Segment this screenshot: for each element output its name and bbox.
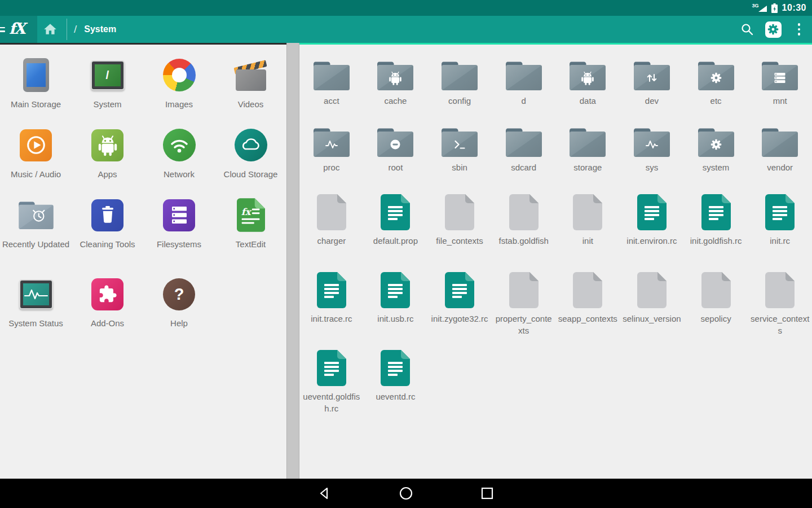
sidebar-panel: Main Storage / System Images Videos	[0, 43, 286, 479]
recents-button[interactable]	[474, 480, 501, 507]
overflow-menu-button[interactable]	[786, 16, 812, 43]
item-label: service_contexts	[750, 313, 810, 336]
grid-item[interactable]: fstab.goldfish	[492, 194, 556, 272]
grid-item[interactable]: dev	[620, 61, 684, 128]
search-button[interactable]	[734, 16, 760, 43]
apps-android-icon	[91, 126, 123, 164]
sidebar-item-textedit[interactable]: fx TextEdit	[215, 196, 286, 275]
grid-item[interactable]: file_contexts	[427, 194, 492, 272]
grid-item[interactable]: cache	[364, 61, 428, 128]
item-label: storage	[558, 161, 617, 173]
sidebar-item-images[interactable]: Images	[143, 56, 215, 126]
breadcrumb-root[interactable]: /	[74, 23, 77, 36]
item-label: selinux_version	[622, 313, 682, 325]
sidebar-item-cloud-storage[interactable]: Cloud Storage	[215, 126, 286, 196]
sidebar-item-network[interactable]: Network	[143, 126, 215, 196]
grid-item[interactable]: acct	[299, 61, 364, 128]
fx-logo: fX	[9, 21, 24, 38]
home-icon	[43, 22, 58, 37]
system-root-icon: /	[91, 56, 125, 94]
sidebar-item-system-status[interactable]: System Status	[0, 275, 72, 345]
app-logo-menu-button[interactable]: fX	[0, 16, 37, 43]
grid-item[interactable]: default.prop	[364, 194, 428, 272]
item-label: sepolicy	[686, 313, 746, 325]
item-label: property_contexts	[494, 313, 554, 336]
item-label: vendor	[750, 161, 810, 173]
sidebar-item-apps[interactable]: Apps	[72, 126, 143, 196]
sidebar-item-cleaning-tools[interactable]: Cleaning Tools	[72, 196, 143, 275]
back-button[interactable]	[311, 480, 338, 507]
item-label: default.prop	[365, 235, 425, 247]
folder-icon	[377, 61, 413, 90]
grid-item[interactable]: init.trace.rc	[299, 272, 364, 350]
sidebar-item-videos[interactable]: Videos	[215, 56, 286, 126]
item-label: init.goldfish.rc	[686, 235, 746, 247]
tools-chip	[765, 21, 782, 38]
item-label: root	[365, 161, 425, 173]
grid-item[interactable]: init.usb.rc	[364, 272, 428, 350]
folder-icon	[314, 128, 350, 157]
help-icon: ?	[163, 275, 195, 313]
sidebar-item-main-storage[interactable]: Main Storage	[0, 56, 72, 126]
grid-item[interactable]: property_contexts	[492, 272, 556, 350]
grid-item[interactable]: init.zygote32.rc	[427, 272, 492, 350]
grid-item[interactable]: etc	[684, 61, 748, 128]
grid-item[interactable]: proc	[299, 128, 364, 194]
grid-item[interactable]: sepolicy	[684, 272, 748, 350]
folder-icon	[442, 128, 478, 157]
grid-item[interactable]: mnt	[748, 61, 812, 128]
android-nav-bar	[0, 479, 812, 508]
battery-charging-icon	[771, 3, 778, 13]
sidebar-grid: Main Storage / System Images Videos	[0, 45, 286, 345]
search-icon	[740, 23, 754, 36]
grid-item[interactable]: sys	[620, 128, 684, 194]
grid-item[interactable]: vendor	[748, 128, 812, 194]
sidebar-item-add-ons[interactable]: Add-Ons	[72, 275, 143, 345]
item-label: init	[558, 235, 617, 247]
grid-item[interactable]: root	[364, 128, 428, 194]
grid-item[interactable]: charger	[299, 194, 364, 272]
menu-icon	[0, 27, 5, 32]
item-label: init.usb.rc	[365, 313, 425, 325]
sidebar-item-music-audio[interactable]: Music / Audio	[0, 126, 72, 196]
item-label: etc	[686, 95, 746, 107]
grid-item[interactable]: init.environ.rc	[620, 194, 684, 272]
folder-icon	[762, 61, 798, 90]
grid-item[interactable]: ueventd.rc	[364, 350, 428, 428]
grid-item[interactable]: sdcard	[492, 128, 556, 194]
grid-item[interactable]: d	[492, 61, 556, 128]
grid-item[interactable]: init	[556, 194, 620, 272]
status-bar: 3G 10:30	[0, 0, 812, 16]
file-icon	[381, 194, 410, 230]
grid-item[interactable]: config	[427, 61, 492, 128]
grid-item[interactable]: seapp_contexts	[556, 272, 620, 350]
panel-divider[interactable]	[286, 43, 299, 479]
folder-icon	[506, 61, 542, 90]
item-label: data	[558, 95, 617, 107]
home-nav-button[interactable]	[392, 480, 420, 507]
sidebar-item-filesystems[interactable]: Filesystems	[143, 196, 215, 275]
tools-button[interactable]	[760, 16, 786, 43]
item-label: seapp_contexts	[558, 313, 617, 325]
breadcrumb-current[interactable]: System	[84, 24, 116, 34]
grid-item[interactable]: data	[556, 61, 620, 128]
grid-item[interactable]: selinux_version	[620, 272, 684, 350]
toolbar-divider	[67, 19, 67, 40]
music-audio-icon	[20, 126, 52, 164]
grid-item[interactable]: init.goldfish.rc	[684, 194, 748, 272]
back-icon	[317, 486, 332, 501]
grid-item[interactable]: service_contexts	[748, 272, 812, 350]
sidebar-item-system[interactable]: / System	[72, 56, 143, 126]
sidebar-item-help[interactable]: ? Help	[143, 275, 215, 345]
textedit-document-icon: fx	[237, 196, 265, 234]
grid-item[interactable]: storage	[556, 128, 620, 194]
grid-item[interactable]: system	[684, 128, 748, 194]
grid-item[interactable]: ueventd.goldfish.rc	[299, 350, 364, 428]
home-button[interactable]	[37, 16, 63, 43]
grid-item[interactable]: init.rc	[748, 194, 812, 272]
file-icon	[317, 350, 346, 386]
grid-item[interactable]: sbin	[427, 128, 492, 194]
sidebar-item-recently-updated[interactable]: Recently Updated	[0, 196, 72, 275]
home-circle-icon	[399, 486, 413, 501]
item-label: init.rc	[750, 235, 810, 247]
